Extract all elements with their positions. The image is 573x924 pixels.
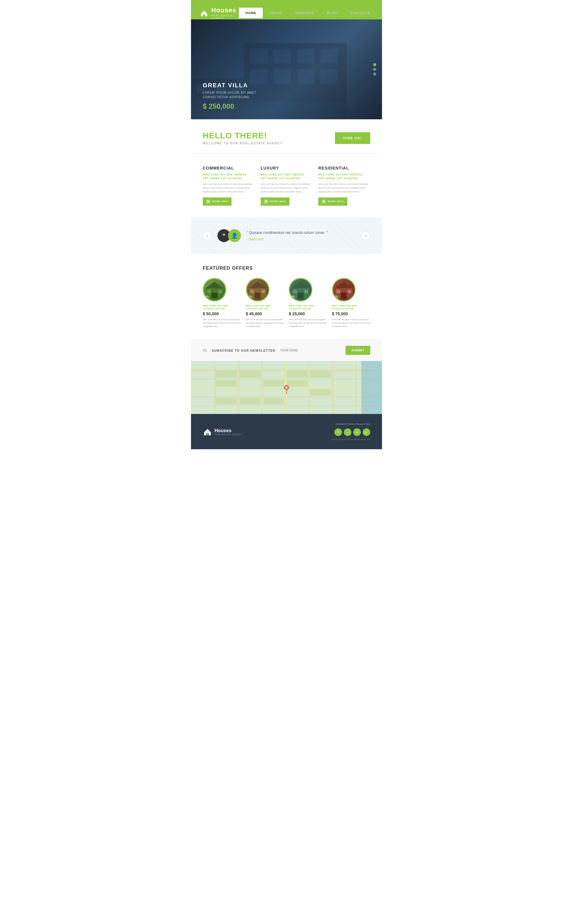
header: Houses REAL ESTATE AGENCY HOME ABOUT SER… <box>191 1 382 19</box>
social-twitter-button[interactable]: t <box>353 428 361 436</box>
luxury-more-info-button[interactable]: ⊞ MORE INFO <box>261 197 290 206</box>
testimonial-prev-button[interactable]: ‹ <box>203 231 211 240</box>
svg-rect-27 <box>297 292 304 299</box>
footer-logo: Houses REAL ESTATE AGENCY <box>203 427 243 436</box>
zoom-icon-3: 🔍 <box>291 295 295 299</box>
service-commercial-title: COMMERCIAL <box>203 166 255 170</box>
service-commercial: COMMERCIAL MES CUML DIA SED INENIASCET I… <box>203 166 255 206</box>
svg-rect-41 <box>214 361 215 414</box>
testimonial-icons-group: ❝ 👤 <box>218 229 241 242</box>
featured-price-3: $ 25,000 <box>289 311 327 316</box>
svg-rect-3 <box>273 49 291 64</box>
testimonial-section: ‹ ❝ 👤 " Quisque condimentum nec mauris r… <box>191 217 382 254</box>
svg-rect-43 <box>261 361 262 414</box>
svg-rect-0 <box>204 15 205 16</box>
svg-rect-50 <box>240 371 261 378</box>
residential-more-info-button[interactable]: ⊞ MORE INFO <box>318 197 347 206</box>
featured-desc-4: Mes cuml dia sed in lacus ut eiusmod inc… <box>332 318 371 328</box>
nav-item-home[interactable]: HOME <box>239 8 263 18</box>
featured-title: FEATURED OFFERS <box>203 266 370 271</box>
svg-rect-51 <box>216 380 237 387</box>
featured-price-4: $ 75,000 <box>332 311 371 316</box>
svg-rect-23 <box>250 290 254 293</box>
svg-point-61 <box>285 386 288 389</box>
svg-rect-33 <box>337 290 340 293</box>
svg-rect-58 <box>240 398 261 404</box>
service-luxury: LUXURY MES CUML DIA SED INENIASCET INGER… <box>261 166 313 206</box>
svg-rect-57 <box>216 398 237 404</box>
welcome-title: HELLO THERE! <box>203 131 283 141</box>
featured-desc-3: Mes cuml dia sed in lacus ut eiusmod inc… <box>289 318 327 328</box>
main-nav: HOME ABOUT SERVICES BLOG CONTACTS <box>239 8 377 18</box>
svg-rect-46 <box>332 361 333 414</box>
site-subtitle: REAL ESTATE AGENCY <box>211 14 239 19</box>
svg-rect-24 <box>261 290 265 293</box>
site-title: Houses <box>211 6 239 14</box>
footer-site-title: Houses <box>214 428 243 433</box>
svg-rect-4 <box>297 49 315 64</box>
more-info-icon: ⊞ <box>206 200 210 203</box>
hire-us-button[interactable]: HIRE US! <box>335 132 370 144</box>
svg-rect-52 <box>263 380 284 387</box>
footer-copyright: HOUSES © 2014 | Privacy Policy <box>331 423 370 425</box>
featured-section: FEATURED OFFERS 🔍 MES CUML DIA SEDLOTQTE… <box>191 254 382 340</box>
featured-name-2: MES CUML DIA SEDLOTQTES DOLOR. <box>246 304 285 311</box>
featured-grid: 🔍 MES CUML DIA SEDLOTQTES DOLOR. $ 50,00… <box>203 278 370 328</box>
nav-item-contacts[interactable]: CONTACTS <box>344 8 377 18</box>
social-facebook-button[interactable]: f <box>334 428 342 436</box>
svg-rect-56 <box>310 389 331 396</box>
featured-name-1: MES CUML DIA SEDLOTQTES DOLOR. <box>203 304 241 311</box>
svg-rect-45 <box>308 361 309 414</box>
testimonial-content: " Quisque condimentum nec mauris rutrum … <box>247 230 355 241</box>
hero-dot-3[interactable] <box>373 73 376 75</box>
featured-image-4: 🔍 <box>332 278 355 302</box>
hero-section: GREAT VILLA LOREM IPSUM DOLOR SIT AMETCO… <box>191 19 382 119</box>
svg-rect-42 <box>238 361 239 414</box>
service-commercial-subtitle: MES CUML DIA SED INENIASCET INGER LOT AL… <box>203 173 255 180</box>
hero-description: LOREM IPSUM DOLOR SIT AMETCONSECTETUR AD… <box>203 91 370 99</box>
testimonial-text: " Quisque condimentum nec mauris rutrum … <box>247 230 355 236</box>
featured-image-3: 🔍 <box>289 278 312 302</box>
luxury-more-info-label: MORE INFO <box>270 200 286 203</box>
svg-rect-54 <box>310 371 331 378</box>
svg-rect-2 <box>250 49 268 64</box>
footer-url: www.themesforgethemrealestatelarge.com <box>331 438 370 440</box>
newsletter-submit-button[interactable]: SUBMIT <box>346 346 370 355</box>
social-rss-button[interactable]: r <box>344 428 351 436</box>
hero-content: GREAT VILLA LOREM IPSUM DOLOR SIT AMETCO… <box>191 73 382 119</box>
logo-text: Houses REAL ESTATE AGENCY <box>211 6 239 19</box>
newsletter-email-input[interactable] <box>280 347 341 353</box>
svg-marker-16 <box>206 282 223 288</box>
more-info-icon-2: ⊞ <box>264 200 268 203</box>
welcome-left: HELLO THERE! WELCOME TO OUR REAL ESTATE … <box>203 131 283 145</box>
service-residential-subtitle: MES CUML DIA SED INENIASCET INGER LOT AL… <box>318 173 370 180</box>
featured-image-1: 🔍 <box>203 278 226 302</box>
svg-rect-19 <box>218 290 222 293</box>
featured-price-1: $ 50,000 <box>203 311 241 316</box>
hero-price: $ 250,000 <box>203 102 370 111</box>
featured-desc-2: Mes cuml dia sed in lacus ut eiusmod inc… <box>246 318 285 328</box>
svg-rect-34 <box>348 290 351 293</box>
featured-desc-1: Mes cuml dia sed in lacus ut eiusmod inc… <box>203 318 241 328</box>
commercial-more-info-button[interactable]: ⊞ MORE INFO <box>203 197 232 206</box>
hero-dots <box>373 63 376 75</box>
svg-rect-53 <box>286 371 308 378</box>
hero-dot-2[interactable] <box>373 68 376 71</box>
service-residential-desc: Mes cuml dia sed in lotcus ut eiusmod in… <box>318 183 370 194</box>
svg-rect-22 <box>255 292 261 299</box>
svg-rect-5 <box>320 49 338 64</box>
nav-item-blog[interactable]: BLOG <box>320 8 344 18</box>
logo-icon <box>200 7 208 19</box>
footer-logo-icon <box>203 427 212 436</box>
nav-item-about[interactable]: ABOUT <box>263 8 288 18</box>
testimonial-next-button[interactable]: › <box>362 231 370 240</box>
svg-rect-18 <box>207 290 211 293</box>
service-luxury-title: LUXURY <box>261 166 313 170</box>
svg-rect-59 <box>263 398 284 404</box>
hero-dot-1[interactable] <box>373 63 376 66</box>
newsletter-title: SUBSCRIBE TO OUR NEWSLETTER <box>212 349 276 352</box>
social-googleplus-button[interactable]: g+ <box>363 428 370 436</box>
nav-item-services[interactable]: SERVICES <box>289 8 320 18</box>
welcome-subtitle: WELCOME TO OUR REAL ESTATE AGENCY <box>203 142 283 145</box>
commercial-more-info-label: MORE INFO <box>212 200 228 203</box>
